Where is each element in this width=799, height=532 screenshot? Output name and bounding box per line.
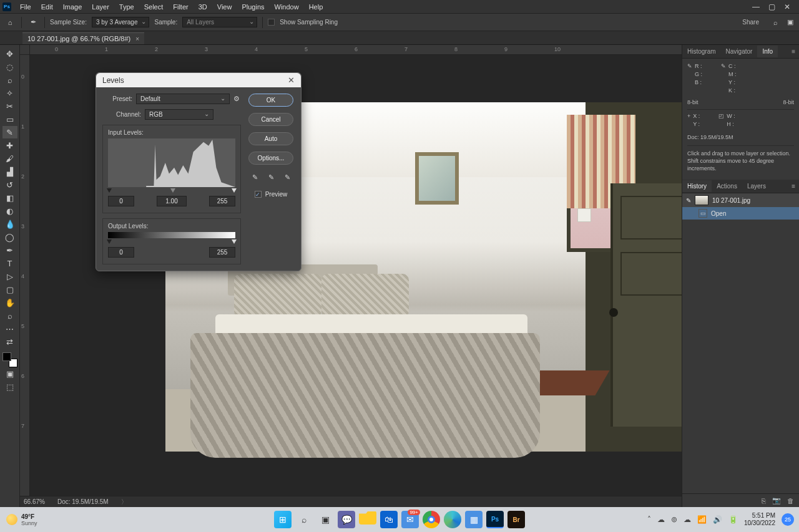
channel-select[interactable]: RGB xyxy=(145,109,213,120)
taskbar-store[interactable]: 🛍 xyxy=(380,511,398,528)
tab-history[interactable]: History xyxy=(682,180,712,192)
move-tool[interactable]: ✥ xyxy=(2,47,17,60)
menu-filter[interactable]: Filter xyxy=(168,1,193,12)
eyedropper-tool[interactable]: ✎ xyxy=(2,126,17,138)
taskbar-chrome[interactable] xyxy=(423,511,440,528)
auto-button[interactable]: Auto xyxy=(248,132,293,145)
options-button[interactable]: Options... xyxy=(248,152,293,165)
type-tool[interactable]: T xyxy=(2,257,17,269)
tray-battery-icon[interactable]: 🔋 xyxy=(728,515,738,524)
taskbar-search-icon[interactable]: ⌕ xyxy=(295,511,313,528)
history-brush-tool[interactable]: ↺ xyxy=(2,178,17,191)
ok-button[interactable]: OK xyxy=(248,94,293,107)
output-slider[interactable] xyxy=(108,239,235,244)
close-tab-icon[interactable]: × xyxy=(135,36,139,42)
taskbar-chat[interactable]: 💬 xyxy=(338,511,355,528)
taskbar-clock[interactable]: 5:51 PM 10/30/2022 xyxy=(744,512,775,527)
history-state-open[interactable]: ▭ Open xyxy=(682,207,799,220)
output-black-field[interactable]: 0 xyxy=(108,247,134,258)
tab-histogram[interactable]: Histogram xyxy=(682,46,721,57)
blur-tool[interactable]: 💧 xyxy=(2,218,17,230)
frame-tool[interactable]: ▭ xyxy=(2,113,17,125)
eraser-tool[interactable]: ◧ xyxy=(2,191,17,204)
zoom-level[interactable]: 66.67% xyxy=(24,498,45,505)
tray-onedrive-icon[interactable]: ☁ xyxy=(657,515,665,524)
preset-select[interactable]: Default xyxy=(136,94,230,104)
snapshot-icon[interactable]: 📷 xyxy=(772,496,781,505)
menu-file[interactable]: File xyxy=(15,1,36,12)
tab-navigator[interactable]: Navigator xyxy=(721,46,758,57)
window-maximize[interactable]: ▢ xyxy=(768,2,775,11)
preview-checkbox[interactable]: ✓ xyxy=(255,191,262,198)
taskbar-bridge[interactable]: Br xyxy=(507,511,525,528)
menu-image[interactable]: Image xyxy=(58,1,87,12)
window-close[interactable]: ✕ xyxy=(784,2,790,11)
menu-edit[interactable]: Edit xyxy=(36,1,58,12)
window-minimize[interactable]: — xyxy=(752,2,760,11)
menu-window[interactable]: Window xyxy=(270,1,304,12)
menu-view[interactable]: View xyxy=(212,1,237,12)
brush-tool[interactable]: 🖌 xyxy=(2,152,17,165)
history-snapshot[interactable]: ✎ 10 27-001.jpg xyxy=(682,193,799,207)
menu-3d[interactable]: 3D xyxy=(194,1,212,12)
tray-wifi-icon[interactable]: 📶 xyxy=(697,515,707,524)
input-white-field[interactable]: 255 xyxy=(209,196,235,206)
taskbar-edge[interactable] xyxy=(444,511,461,528)
white-point-eyedropper[interactable]: ✎ xyxy=(282,172,292,182)
tool-preset-icon[interactable]: ✒ xyxy=(27,18,39,26)
taskbar-explorer[interactable] xyxy=(359,511,376,525)
weather-widget[interactable]: 49°F Sunny xyxy=(0,513,37,526)
screenmode-tool[interactable]: ⬚ xyxy=(2,380,17,393)
preset-gear-icon[interactable]: ⚙ xyxy=(233,95,241,103)
menu-plugins[interactable]: Plugins xyxy=(237,1,269,12)
workspace-icon[interactable]: ▣ xyxy=(785,18,795,26)
tab-layers[interactable]: Layers xyxy=(742,180,771,192)
notification-badge[interactable]: 25 xyxy=(782,513,794,526)
fg-bg-swatch[interactable] xyxy=(2,352,17,367)
more-tools[interactable]: ⋯ xyxy=(2,322,17,335)
panel-menu-icon[interactable]: ≡ xyxy=(788,48,799,55)
gradient-tool[interactable]: ◐ xyxy=(2,205,17,217)
taskbar-mail[interactable]: ✉99+ xyxy=(401,511,419,528)
lasso-tool[interactable]: ⌕ xyxy=(2,74,17,86)
start-button[interactable]: ⊞ xyxy=(274,511,292,528)
sample-layers-select[interactable]: All Layers xyxy=(182,17,257,27)
gray-point-eyedropper[interactable]: ✎ xyxy=(266,172,276,182)
tray-cc-icon[interactable]: ⊚ xyxy=(671,515,677,524)
marquee-tool[interactable]: ◌ xyxy=(2,60,17,73)
menu-type[interactable]: Type xyxy=(114,1,139,12)
tray-volume-icon[interactable]: 🔊 xyxy=(713,515,722,524)
output-white-field[interactable]: 255 xyxy=(209,247,235,258)
quickmask-tool[interactable]: ▣ xyxy=(2,367,17,380)
heal-tool[interactable]: ✚ xyxy=(2,139,17,152)
menu-help[interactable]: Help xyxy=(304,1,328,12)
input-gamma-field[interactable]: 1.00 xyxy=(157,196,187,206)
status-caret-icon[interactable]: 〉 xyxy=(121,498,127,506)
task-view-icon[interactable]: ▣ xyxy=(316,511,334,528)
histogram[interactable] xyxy=(108,138,235,187)
dodge-tool[interactable]: ◯ xyxy=(2,231,17,243)
black-point-eyedropper[interactable]: ✎ xyxy=(250,172,260,182)
trash-icon[interactable]: 🗑 xyxy=(787,497,794,505)
dialog-close-icon[interactable]: ✕ xyxy=(288,75,295,85)
stamp-tool[interactable]: ▟ xyxy=(2,165,17,178)
sample-size-select[interactable]: 3 by 3 Average xyxy=(92,17,150,27)
tray-chevron-icon[interactable]: ˄ xyxy=(647,515,651,524)
share-button[interactable]: Share xyxy=(736,17,765,27)
search-icon[interactable]: ⌕ xyxy=(770,19,780,26)
input-black-field[interactable]: 0 xyxy=(108,196,134,206)
shape-tool[interactable]: ▢ xyxy=(2,283,17,296)
taskbar-photoshop[interactable]: Ps xyxy=(486,511,504,528)
menu-select[interactable]: Select xyxy=(139,1,169,12)
tray-weather-icon[interactable]: ☁ xyxy=(684,515,691,524)
tab-actions[interactable]: Actions xyxy=(712,180,742,192)
wand-tool[interactable]: ✧ xyxy=(2,87,17,99)
input-slider[interactable] xyxy=(108,188,235,193)
path-tool[interactable]: ▷ xyxy=(2,270,17,283)
panel-menu-icon[interactable]: ≡ xyxy=(788,183,799,190)
hand-tool[interactable]: ✋ xyxy=(2,296,17,309)
show-ring-checkbox[interactable] xyxy=(268,19,275,26)
tab-info[interactable]: Info xyxy=(757,46,778,57)
menu-layer[interactable]: Layer xyxy=(87,1,114,12)
home-icon[interactable]: ⌂ xyxy=(4,19,16,26)
